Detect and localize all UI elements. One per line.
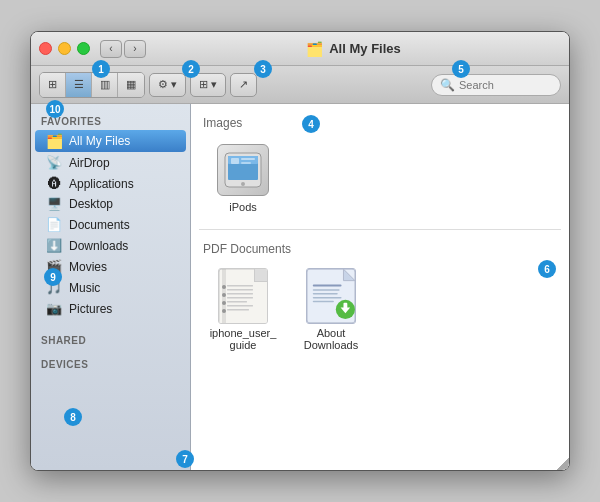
svg-rect-28 [343, 303, 347, 309]
file-item-iphone-guide[interactable]: iphone_user_guide [203, 264, 283, 355]
sidebar-item-all-my-files[interactable]: 🗂️ All My Files [35, 130, 186, 152]
music-icon: 🎵 [45, 280, 63, 295]
svg-rect-12 [227, 301, 247, 303]
maximize-button[interactable] [77, 42, 90, 55]
documents-icon: 📄 [45, 217, 63, 232]
svg-rect-13 [227, 305, 253, 307]
share-button[interactable]: ↗ [230, 73, 257, 97]
pdf-documents-section: PDF Documents [199, 238, 561, 363]
svg-rect-6 [241, 162, 251, 164]
images-grid: iPods [199, 138, 561, 225]
svg-rect-25 [313, 301, 334, 302]
nav-buttons: ‹ › [100, 40, 146, 58]
sidebar-item-desktop[interactable]: 🖥️ Desktop [35, 194, 186, 214]
svg-rect-9 [227, 289, 253, 291]
section-divider [199, 229, 561, 230]
svg-rect-24 [313, 297, 342, 298]
downloads-icon: ⬇️ [45, 238, 63, 253]
ipods-label: iPods [229, 201, 257, 213]
sidebar-item-airdrop[interactable]: 📡 AirDrop [35, 152, 186, 173]
window-title: 🗂️ All My Files [146, 41, 561, 57]
file-item-ipods[interactable]: iPods [203, 138, 283, 217]
favorites-label: FAVORITES [31, 110, 190, 130]
content-area: Images [191, 104, 569, 470]
pdf-graphic-guide [218, 268, 268, 324]
share-icon: ↗ [239, 78, 248, 91]
svg-rect-23 [313, 293, 338, 294]
title-icon: 🗂️ [306, 41, 323, 57]
main-area: FAVORITES 🗂️ All My Files 📡 AirDrop 🅐 Ap… [31, 104, 569, 470]
about-dl-graphic [306, 268, 356, 324]
sidebar-item-applications[interactable]: 🅐 Applications [35, 173, 186, 194]
about-downloads-icon [303, 268, 359, 324]
movies-icon: 🎬 [45, 259, 63, 274]
pictures-label: Pictures [69, 302, 112, 316]
iphone-guide-icon [215, 268, 271, 324]
pdf-grid: iphone_user_guide [199, 264, 561, 363]
view-options-arrow: ▾ [211, 78, 217, 91]
finder-window: ‹ › 🗂️ All My Files ⊞ ☰ ▥ ▦ ⚙ ▾ ⊞ ▾ ↗ 🔍 [30, 31, 570, 471]
sidebar-item-downloads[interactable]: ⬇️ Downloads [35, 235, 186, 256]
resize-handle[interactable] [557, 458, 569, 470]
ipad-graphic [217, 144, 269, 196]
iphone-guide-label: iphone_user_guide [207, 327, 279, 351]
applications-label: Applications [69, 177, 134, 191]
applications-icon: 🅐 [45, 176, 63, 191]
search-icon: 🔍 [440, 78, 455, 92]
close-button[interactable] [39, 42, 52, 55]
airdrop-label: AirDrop [69, 156, 110, 170]
downloads-label: Downloads [69, 239, 128, 253]
about-downloads-label: About Downloads [295, 327, 367, 351]
svg-rect-14 [227, 309, 249, 311]
svg-rect-4 [231, 158, 239, 164]
view-options-button[interactable]: ⊞ ▾ [190, 73, 226, 97]
view-column-button[interactable]: ▥ [92, 73, 118, 97]
svg-rect-7 [219, 269, 268, 324]
devices-label: DEVICES [31, 353, 190, 373]
sidebar-item-music[interactable]: 🎵 Music [35, 277, 186, 298]
action-button[interactable]: ⚙ ▾ [149, 73, 186, 97]
svg-rect-19 [222, 269, 226, 324]
view-options-icon: ⊞ [199, 78, 208, 91]
music-label: Music [69, 281, 100, 295]
search-input[interactable] [459, 79, 552, 91]
ipods-icon [215, 142, 271, 198]
svg-rect-8 [227, 285, 253, 287]
images-section-label: Images [199, 112, 561, 138]
svg-point-3 [241, 182, 245, 186]
sidebar-item-pictures[interactable]: 📷 Pictures [35, 298, 186, 319]
all-my-files-label: All My Files [69, 134, 130, 148]
traffic-lights [39, 42, 90, 55]
sidebar-item-movies[interactable]: 🎬 Movies [35, 256, 186, 277]
desktop-label: Desktop [69, 197, 113, 211]
pdf-section-label: PDF Documents [199, 238, 561, 264]
action-arrow: ▾ [171, 78, 177, 91]
svg-rect-21 [313, 284, 342, 286]
sidebar-item-documents[interactable]: 📄 Documents [35, 214, 186, 235]
view-list-button[interactable]: ☰ [66, 73, 92, 97]
svg-rect-11 [227, 297, 253, 299]
svg-rect-5 [241, 158, 255, 160]
images-section: Images [199, 112, 561, 225]
sidebar: FAVORITES 🗂️ All My Files 📡 AirDrop 🅐 Ap… [31, 104, 191, 470]
pictures-icon: 📷 [45, 301, 63, 316]
view-cover-button[interactable]: ▦ [118, 73, 144, 97]
airdrop-icon: 📡 [45, 155, 63, 170]
gear-icon: ⚙ [158, 78, 168, 91]
view-toggle-group: ⊞ ☰ ▥ ▦ [39, 72, 145, 98]
all-my-files-icon: 🗂️ [45, 133, 63, 149]
titlebar: ‹ › 🗂️ All My Files [31, 32, 569, 66]
title-text: All My Files [329, 41, 401, 56]
back-button[interactable]: ‹ [100, 40, 122, 58]
svg-rect-22 [313, 289, 340, 290]
desktop-icon: 🖥️ [45, 197, 63, 211]
forward-button[interactable]: › [124, 40, 146, 58]
shared-label: SHARED [31, 329, 190, 349]
view-grid-button[interactable]: ⊞ [40, 73, 66, 97]
minimize-button[interactable] [58, 42, 71, 55]
toolbar: ⊞ ☰ ▥ ▦ ⚙ ▾ ⊞ ▾ ↗ 🔍 [31, 66, 569, 104]
documents-label: Documents [69, 218, 130, 232]
svg-rect-10 [227, 293, 253, 295]
file-item-about-downloads[interactable]: About Downloads [291, 264, 371, 355]
search-box[interactable]: 🔍 [431, 74, 561, 96]
